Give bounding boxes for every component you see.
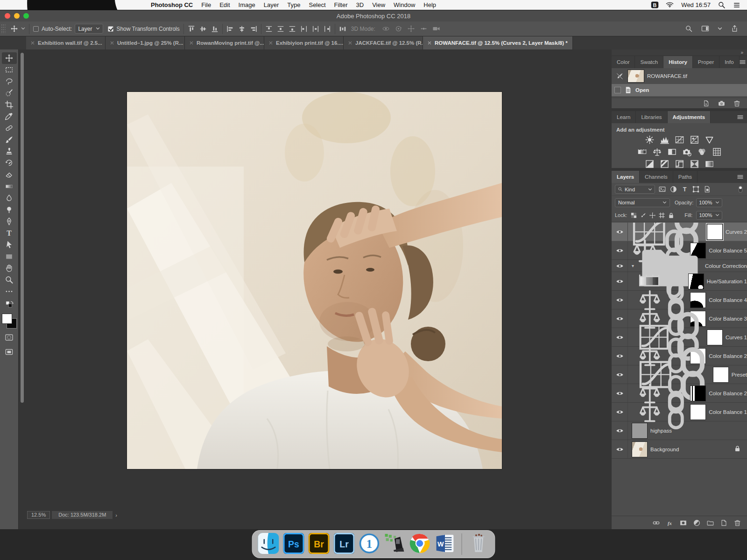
history-brush-source-icon[interactable] [614, 73, 625, 79]
tab-learn[interactable]: Learn [612, 111, 636, 123]
visibility-toggle[interactable] [612, 384, 628, 402]
tool-crop[interactable] [2, 99, 17, 111]
visibility-toggle[interactable] [612, 347, 628, 365]
align-left-icon[interactable] [226, 25, 234, 33]
adjustment-channel-mixer-button[interactable] [698, 147, 706, 156]
trash-icon[interactable] [733, 100, 740, 107]
adjustment-color-lookup-button[interactable] [712, 147, 721, 156]
lock-transparent-icon[interactable] [631, 212, 637, 218]
menu-window[interactable]: Window [389, 1, 419, 8]
tool-clone-stamp[interactable] [2, 146, 17, 157]
tab-swatch[interactable]: Swatch [635, 56, 663, 68]
dist-bottom-icon[interactable] [289, 25, 296, 33]
visibility-toggle[interactable] [612, 291, 628, 309]
align-vcenter-icon[interactable] [199, 25, 207, 33]
layer-mask-thumbnail[interactable] [688, 273, 704, 289]
close-tab-icon[interactable] [269, 41, 273, 45]
adjustment-invert-button[interactable] [645, 160, 654, 168]
new-layer-icon[interactable] [720, 519, 727, 526]
collapse-panels-icon[interactable]: » [740, 50, 743, 55]
foreground-color-swatch[interactable] [2, 314, 12, 324]
align-bottom-icon[interactable] [211, 25, 218, 33]
new-adjustment-icon[interactable] [693, 519, 700, 526]
adjustment-curves-button[interactable] [675, 135, 684, 144]
menu-type[interactable]: Type [283, 1, 304, 8]
dist-spacing-icon[interactable] [339, 25, 346, 33]
layer-mask-thumbnail[interactable] [713, 367, 729, 383]
fx-icon[interactable]: fx [666, 519, 673, 526]
adjustment-balance-button[interactable] [653, 147, 662, 156]
document-tab[interactable]: Untitled–1.jpg @ 25% (R... [106, 36, 185, 49]
menu-3d[interactable]: 3D [352, 1, 368, 8]
blend-mode-dropdown[interactable]: Normal [615, 198, 670, 207]
dock-app-photoshop[interactable]: Ps [283, 533, 304, 556]
pan-icon[interactable] [407, 25, 415, 33]
tool-lasso[interactable] [2, 76, 17, 87]
zoom-level-field[interactable]: 12.5% [27, 511, 50, 519]
screen-mode-button[interactable] [2, 346, 17, 358]
tab-info[interactable]: Info [719, 56, 739, 68]
add-mask-icon[interactable] [680, 519, 687, 526]
adjustment-black-white-button[interactable] [668, 147, 677, 156]
tool-hand[interactable] [2, 262, 17, 274]
chevron-down-icon[interactable] [718, 25, 722, 33]
slide-icon[interactable] [420, 25, 428, 33]
camera3d-icon[interactable] [432, 25, 440, 33]
tab-libraries[interactable]: Libraries [636, 111, 667, 123]
close-tab-icon[interactable] [31, 41, 35, 45]
adjustment-exposure-button[interactable] [690, 135, 699, 144]
pixel-filter-icon[interactable] [659, 186, 666, 193]
orbit-icon[interactable] [382, 25, 390, 33]
visibility-toggle[interactable] [612, 241, 628, 259]
status-options-chevron[interactable]: › [113, 512, 117, 518]
layer-thumbnail[interactable] [632, 441, 648, 457]
dock-app-bridge[interactable]: Br [309, 533, 330, 556]
spotlight-icon[interactable] [718, 1, 726, 9]
lock-artboard-icon[interactable] [659, 212, 665, 218]
smartobject-filter-icon[interactable] [704, 186, 711, 193]
document-tab[interactable]: JACKFACE.tif @ 12.5% (R... [344, 36, 423, 49]
tool-eraser[interactable] [2, 169, 17, 181]
tool-history-brush[interactable] [2, 157, 17, 169]
tool-dodge[interactable] [2, 204, 17, 216]
menu-layer[interactable]: Layer [260, 1, 283, 8]
adjustment-levels-button[interactable] [660, 135, 669, 144]
adjustment-vibrance-button[interactable] [705, 135, 714, 144]
adjustment-brightness-button[interactable] [645, 135, 654, 144]
share-icon[interactable] [731, 25, 739, 33]
tool-shape[interactable] [2, 251, 17, 262]
workspace-icon[interactable] [701, 25, 709, 33]
tab-history[interactable]: History [663, 56, 693, 68]
dock-app-finder[interactable] [258, 533, 279, 556]
filtering-toggle-pin[interactable] [737, 185, 744, 193]
dist-top-icon[interactable] [265, 25, 273, 33]
new-group-icon[interactable] [707, 519, 714, 526]
layer-row[interactable]: Color Balance 1 [612, 403, 747, 421]
align-right-icon[interactable] [250, 25, 257, 33]
dock-app-word[interactable]: W [435, 533, 456, 556]
menu-file[interactable]: File [197, 1, 215, 8]
history-source-row[interactable]: ROWANFACE.tif [612, 68, 747, 84]
fill-field[interactable]: 100% [696, 211, 722, 220]
panel-menu-icon[interactable] [737, 111, 747, 123]
adjustment-filter-icon[interactable] [670, 186, 677, 193]
dist-left-icon[interactable] [300, 25, 308, 33]
tool-quick-select[interactable] [2, 87, 17, 99]
auto-select-checkbox[interactable] [33, 26, 39, 32]
close-tab-icon[interactable] [348, 41, 352, 45]
close-tab-icon[interactable] [190, 41, 193, 45]
dock-app-lightroom[interactable]: Lr [334, 533, 355, 556]
tab-channels[interactable]: Channels [640, 171, 673, 183]
tab-color[interactable]: Color [612, 56, 635, 68]
dock-app-trash[interactable] [468, 533, 489, 556]
new-doc-from-state-icon[interactable] [703, 100, 710, 107]
align-hcenter-icon[interactable] [238, 25, 246, 33]
panel-menu-icon[interactable] [737, 171, 747, 183]
group-expand-chevron-icon[interactable]: ▾ [632, 263, 634, 268]
options-bar-grip[interactable] [1, 24, 6, 34]
document-tab[interactable]: Exhibition wall.tif @ 2.5... [26, 36, 106, 49]
notification-icon[interactable] [733, 1, 740, 9]
layer-row[interactable]: Background [612, 440, 747, 459]
layer-mask-thumbnail[interactable] [707, 224, 723, 240]
menu-edit[interactable]: Edit [215, 1, 234, 8]
